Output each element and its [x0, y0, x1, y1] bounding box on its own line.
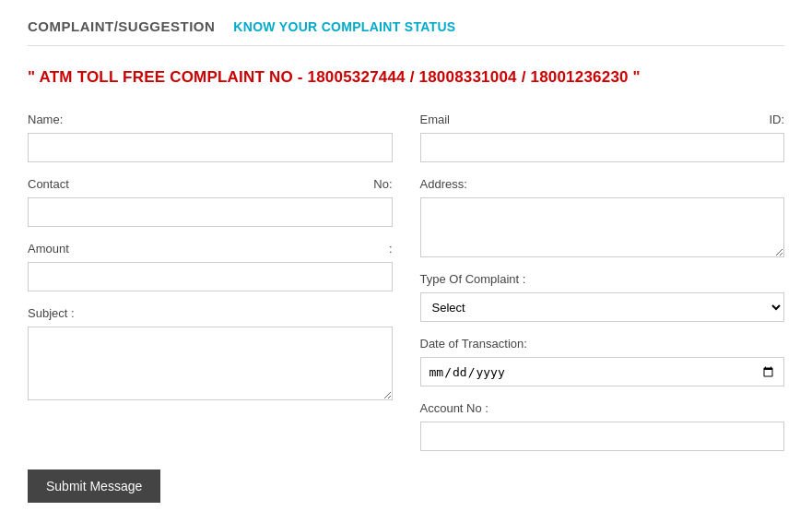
amount-label-row: Amount :	[28, 242, 393, 258]
page-container: COMPLAINT/SUGGESTION KNOW YOUR COMPLAINT…	[0, 0, 812, 523]
account-input[interactable]	[420, 422, 785, 451]
address-label: Address:	[420, 177, 785, 191]
subject-textarea[interactable]	[28, 327, 393, 400]
date-input[interactable]	[420, 357, 785, 386]
contact-label: Contact	[28, 177, 69, 191]
email-label-row: Email ID:	[420, 113, 785, 129]
complaint-type-group: Type Of Complaint : Select ATM Complaint…	[420, 272, 785, 322]
address-group: Address:	[420, 177, 785, 257]
email-group: Email ID:	[420, 113, 785, 162]
contact-input[interactable]	[28, 197, 393, 227]
amount-colon: :	[389, 242, 393, 256]
know-complaint-status-link[interactable]: KNOW YOUR COMPLAINT STATUS	[233, 19, 455, 34]
email-label: Email	[420, 113, 451, 126]
form-right: Email ID: Address: Type Of Complaint : S…	[420, 113, 785, 451]
contact-group: Contact No:	[28, 177, 393, 227]
form-left: Name: Contact No: Amount :	[28, 113, 393, 451]
account-group: Account No :	[420, 401, 785, 451]
address-textarea[interactable]	[420, 197, 785, 257]
date-group: Date of Transaction:	[420, 337, 785, 386]
name-group: Name:	[28, 113, 393, 162]
email-input[interactable]	[420, 133, 785, 162]
amount-label: Amount	[28, 242, 69, 256]
subject-label: Subject :	[28, 306, 393, 320]
name-input[interactable]	[28, 133, 393, 162]
account-label: Account No :	[420, 401, 785, 415]
atm-notice: " ATM TOLL FREE COMPLAINT NO - 180053274…	[28, 61, 784, 94]
email-id-label: ID:	[769, 113, 784, 126]
subject-group: Subject :	[28, 306, 393, 400]
amount-input[interactable]	[28, 262, 393, 291]
page-header: COMPLAINT/SUGGESTION KNOW YOUR COMPLAINT…	[28, 18, 784, 46]
amount-group: Amount :	[28, 242, 393, 291]
name-label: Name:	[28, 113, 393, 126]
contact-label-row: Contact No:	[28, 177, 393, 194]
complaint-type-select[interactable]: Select ATM Complaint Internet Banking Mo…	[420, 292, 785, 322]
form-container: Name: Contact No: Amount :	[28, 113, 784, 451]
date-label: Date of Transaction:	[420, 337, 785, 351]
complaint-type-label: Type Of Complaint :	[420, 272, 785, 286]
submit-button[interactable]: Submit Message	[28, 470, 160, 503]
contact-no-label: No:	[373, 177, 392, 191]
page-title: COMPLAINT/SUGGESTION	[28, 18, 215, 34]
